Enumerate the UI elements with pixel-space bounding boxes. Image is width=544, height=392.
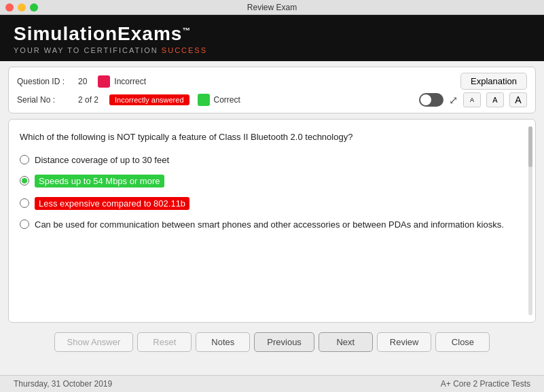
info-bar: Question ID : 20 Incorrect Explanation S… — [8, 67, 536, 113]
fullscreen-icon[interactable]: ⤢ — [449, 94, 458, 107]
radio-a[interactable] — [20, 155, 29, 164]
brand-subtitle: YOUR WAY TO CERTIFICATION SUCCESS — [14, 46, 207, 54]
previous-button[interactable]: Previous — [254, 332, 314, 352]
minimize-window-button[interactable] — [18, 3, 26, 12]
option-a[interactable]: Distance coverage of up to 30 feet — [20, 155, 524, 165]
option-d[interactable]: Can be used for communication between sm… — [20, 219, 524, 230]
footer-date: Thursday, 31 October 2019 — [14, 379, 112, 389]
font-small-button[interactable]: A — [463, 92, 481, 107]
toggle-knob — [420, 94, 431, 105]
question-area: Which of the following is NOT typically … — [8, 119, 536, 323]
correct-color-dot — [198, 94, 210, 106]
radio-d[interactable] — [20, 219, 29, 229]
reset-button[interactable]: Reset — [137, 332, 192, 352]
toggle-switch[interactable] — [419, 93, 443, 107]
radio-b[interactable] — [20, 176, 29, 185]
main-content: Question ID : 20 Incorrect Explanation S… — [0, 61, 544, 375]
incorrect-label: Incorrect — [114, 77, 146, 86]
footer: Thursday, 31 October 2019 A+ Core 2 Prac… — [0, 375, 544, 392]
bottom-bar: Show Answer Reset Notes Previous Next Re… — [8, 328, 536, 357]
serial-no-row: Serial No : 2 of 2 Incorrectly answered … — [17, 92, 527, 107]
option-b[interactable]: Speeds up to 54 Mbps or more — [20, 175, 524, 188]
option-a-text: Distance coverage of up to 30 feet — [35, 155, 169, 165]
serial-no-label: Serial No : — [17, 95, 78, 105]
font-medium-button[interactable]: A — [486, 92, 504, 107]
brand-header: SimulationExams™ YOUR WAY TO CERTIFICATI… — [0, 15, 544, 61]
close-window-button[interactable] — [5, 3, 14, 12]
question-id-label: Question ID : — [17, 77, 78, 86]
option-b-text: Speeds up to 54 Mbps or more — [35, 175, 164, 188]
notes-button[interactable]: Notes — [196, 332, 250, 352]
radio-b-fill — [22, 178, 27, 183]
scrollbar-track[interactable] — [528, 126, 532, 315]
close-button[interactable]: Close — [435, 332, 490, 352]
correct-label: Correct — [214, 95, 240, 105]
next-button[interactable]: Next — [319, 332, 373, 352]
review-button[interactable]: Review — [377, 332, 432, 352]
incorrect-color-dot — [98, 75, 110, 88]
explanation-button[interactable]: Explanation — [460, 73, 527, 90]
option-c-text: Less expensive compared to 802.11b — [35, 197, 189, 210]
maximize-window-button[interactable] — [30, 3, 38, 12]
right-controls: ⤢ A A A — [419, 92, 527, 107]
option-d-text: Can be used for communication between sm… — [35, 219, 504, 230]
footer-product: A+ Core 2 Practice Tests — [441, 379, 530, 389]
question-id-row: Question ID : 20 Incorrect Explanation — [17, 73, 527, 90]
question-text: Which of the following is NOT typically … — [20, 130, 524, 144]
brand-title: SimulationExams™ — [14, 23, 191, 45]
window-controls[interactable] — [5, 3, 38, 12]
question-id-value: 20 — [78, 77, 87, 86]
scrollbar-thumb[interactable] — [528, 126, 532, 167]
title-bar: Review Exam — [0, 0, 544, 15]
incorrectly-answered-badge: Incorrectly answered — [109, 94, 189, 105]
window-title: Review Exam — [247, 3, 297, 12]
option-c[interactable]: Less expensive compared to 802.11b — [20, 197, 524, 210]
serial-no-value: 2 of 2 — [78, 95, 98, 105]
font-large-button[interactable]: A — [509, 92, 527, 107]
radio-c[interactable] — [20, 198, 29, 208]
show-answer-button[interactable]: Show Answer — [54, 332, 134, 352]
